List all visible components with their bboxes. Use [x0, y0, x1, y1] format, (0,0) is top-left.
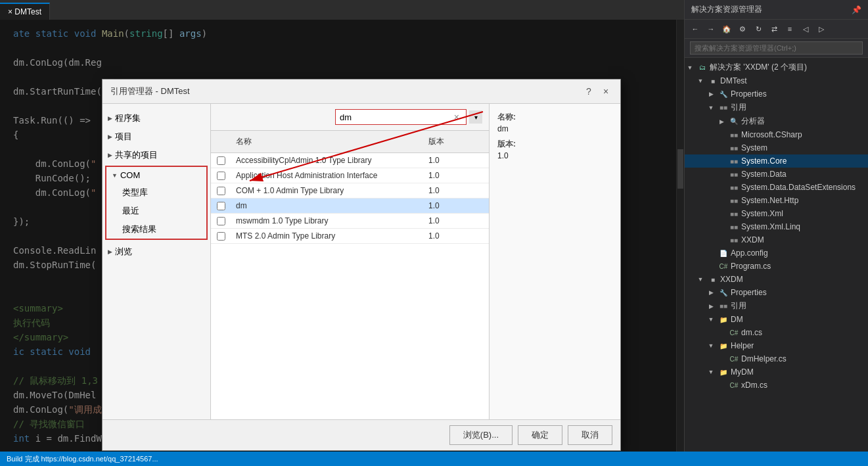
tree-solution[interactable]: ▼ 🗂 解决方案 'XXDM' (2 个项目) — [685, 60, 868, 74]
nav-arrow-com: ▼ — [112, 172, 118, 179]
tree-dm-folder[interactable]: ▼ 📁 DM — [685, 313, 868, 326]
se-collapse-btn[interactable]: ≡ — [783, 22, 796, 35]
system-core-icon: ■■ — [729, 156, 739, 166]
analyzer-label: 分析器 — [741, 116, 765, 127]
xxdm-arrow: ▼ — [695, 276, 706, 283]
nav-item-projects[interactable]: ▶ 项目 — [103, 128, 210, 146]
nav-item-search-results[interactable]: 搜索结果 — [106, 220, 206, 239]
help-button[interactable]: ? — [582, 85, 595, 98]
tree-properties-2[interactable]: ▶ 🔧 Properties — [685, 286, 868, 299]
tree-program-cs[interactable]: ▶ C# Program.cs — [685, 260, 868, 273]
tree-xxdm-ref[interactable]: ▶ ■■ XXDM — [685, 233, 868, 246]
table-row[interactable]: Application Host Administration Interfac… — [211, 168, 489, 183]
tree-system-core[interactable]: ▶ ■■ System.Core — [685, 154, 868, 168]
se-settings-btn[interactable]: ⚙ — [736, 22, 749, 35]
program-cs-label: Program.cs — [731, 262, 771, 271]
props-icon-1: 🔧 — [718, 89, 729, 99]
info-name-value: dm — [497, 124, 612, 133]
nav-item-assemblies[interactable]: ▶ 程序集 — [103, 109, 210, 128]
dialog-footer: 浏览(B)... 确定 取消 — [103, 419, 620, 450]
tree-dmtest[interactable]: ▼ ■ DMTest — [685, 74, 868, 87]
row-checkbox-5[interactable] — [211, 229, 231, 243]
tree-ref-2[interactable]: ▶ ■■ 引用 — [685, 299, 868, 313]
xxdm-ref-icon: ■■ — [729, 235, 739, 245]
dm-cs-icon: C# — [729, 327, 739, 338]
browse-button[interactable]: 浏览(B)... — [449, 425, 513, 445]
row-checkbox-1[interactable] — [211, 169, 231, 183]
se-refresh-btn[interactable]: ↻ — [752, 22, 765, 35]
solution-label: 解决方案 'XXDM' (2 个项目) — [710, 62, 807, 73]
table-row[interactable]: mswmdm 1.0 Type Library 1.0 — [211, 214, 489, 229]
table-row[interactable]: COM + 1.0 Admin Type Library 1.0 — [211, 183, 489, 198]
nav-item-typelib[interactable]: 类型库 — [106, 183, 206, 202]
xxdm-label: XXDM — [720, 275, 743, 284]
nav-label-typelib: 类型库 — [122, 187, 148, 198]
tree-app-config[interactable]: ▶ 📄 App.config — [685, 246, 868, 260]
tree-microsoft-csharp[interactable]: ▶ ■■ Microsoft.CSharp — [685, 128, 868, 141]
dm-folder-label: DM — [731, 315, 743, 324]
th-version: 版本 — [423, 133, 489, 150]
tree-ref-1[interactable]: ▼ ■■ 引用 — [685, 101, 868, 114]
nav-arrow-browse: ▶ — [108, 248, 112, 255]
se-back-btn[interactable]: ← — [689, 22, 702, 35]
cancel-button[interactable]: 取消 — [568, 425, 612, 445]
status-text: Build 完成 https://blog.csdn.net/qq_372145… — [7, 454, 158, 464]
se-arrow-left-btn[interactable]: ◁ — [799, 22, 812, 35]
row-version-1: 1.0 — [423, 168, 489, 183]
close-button[interactable]: × — [599, 85, 612, 98]
table-row[interactable]: MTS 2.0 Admin Type Library 1.0 — [211, 229, 489, 244]
nav-label-assemblies: 程序集 — [115, 112, 141, 124]
se-pin-icon[interactable]: 📌 — [852, 5, 861, 14]
xdm-label: xDm.cs — [741, 381, 767, 390]
se-sync-btn[interactable]: ⇄ — [767, 22, 781, 35]
tree-system-xmllinq[interactable]: ▶ ■■ System.Xml.Linq — [685, 220, 868, 233]
tree-system-nethttp[interactable]: ▶ ■■ System.Net.Http — [685, 194, 868, 207]
system-nethttp-label: System.Net.Http — [741, 196, 798, 205]
se-forward-btn[interactable]: → — [704, 22, 718, 35]
ref-label-2: 引用 — [731, 300, 746, 312]
active-tab[interactable]: × DMTest — [0, 3, 50, 20]
nav-item-browse[interactable]: ▶ 浏览 — [103, 243, 210, 261]
tree-system[interactable]: ▶ ■■ System — [685, 141, 868, 154]
row-checkbox-2[interactable] — [211, 184, 231, 198]
program-cs-icon: C# — [718, 261, 729, 271]
row-name-2: COM + 1.0 Admin Type Library — [231, 183, 423, 198]
row-checkbox-0[interactable] — [211, 154, 231, 168]
nav-item-com[interactable]: ▼ COM — [106, 167, 206, 183]
row-name-5: MTS 2.0 Admin Type Library — [231, 229, 423, 243]
info-name-label: 名称: — [497, 112, 612, 123]
ok-button[interactable]: 确定 — [518, 425, 562, 445]
tree-helper-folder[interactable]: ▼ 📁 Helper — [685, 339, 868, 352]
se-search-input[interactable] — [690, 41, 863, 55]
dmhelper-icon: C# — [729, 354, 739, 364]
ref-label-1: 引用 — [731, 102, 746, 113]
table-header: 名称 版本 — [211, 131, 489, 153]
tree-system-xml[interactable]: ▶ ■■ System.Xml — [685, 207, 868, 220]
search-clear-icon[interactable]: × — [454, 112, 459, 122]
row-checkbox-3[interactable] — [211, 199, 231, 213]
search-input[interactable] — [340, 112, 454, 122]
search-box[interactable]: × — [335, 109, 467, 125]
dm-cs-label: dm.cs — [741, 328, 762, 337]
tree-xxdm-project[interactable]: ▼ ■ XXDM — [685, 273, 868, 286]
tree-dmhelper-cs[interactable]: ▶ C# DmHelper.cs — [685, 352, 868, 365]
row-checkbox-4[interactable] — [211, 214, 231, 228]
nav-arrow-projects: ▶ — [108, 133, 112, 140]
ms-csharp-label: Microsoft.CSharp — [741, 130, 802, 139]
tree-xdm-cs[interactable]: ▶ C# xDm.cs — [685, 379, 868, 392]
nav-item-recent[interactable]: 最近 — [106, 202, 206, 220]
props-label-2: Properties — [731, 288, 767, 297]
table-row-selected[interactable]: dm 1.0 — [211, 198, 489, 214]
system-xml-label: System.Xml — [741, 209, 783, 218]
search-dropdown[interactable]: ▾ — [469, 110, 482, 124]
tree-analyzer[interactable]: ▶ 🔍 分析器 — [685, 114, 868, 128]
tree-system-data[interactable]: ▶ ■■ System.Data — [685, 168, 868, 181]
se-arrow-right-btn[interactable]: ▷ — [815, 22, 828, 35]
nav-item-shared[interactable]: ▶ 共享的项目 — [103, 146, 210, 164]
tree-system-data-ext[interactable]: ▶ ■■ System.Data.DataSetExtensions — [685, 181, 868, 194]
se-home-btn[interactable]: 🏠 — [720, 22, 733, 35]
tree-mydm-folder[interactable]: ▼ 📁 MyDM — [685, 365, 868, 379]
table-row[interactable]: AccessibilityCplAdmin 1.0 Type Library 1… — [211, 153, 489, 168]
tree-properties-1[interactable]: ▶ 🔧 Properties — [685, 87, 868, 101]
tree-dm-cs[interactable]: ▶ C# dm.cs — [685, 326, 868, 339]
